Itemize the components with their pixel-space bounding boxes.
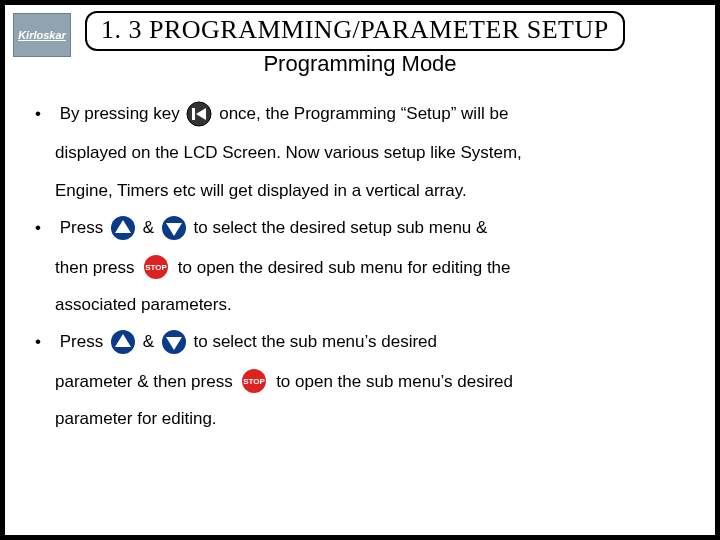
list-item: • By pressing key once, the Programming … <box>27 95 693 132</box>
text: & <box>143 218 154 237</box>
stop-icon: STOP <box>239 368 269 394</box>
text: Press <box>60 218 103 237</box>
body-content: • By pressing key once, the Programming … <box>27 95 693 438</box>
text: to open the sub menu’s desired <box>276 372 513 391</box>
up-arrow-icon <box>110 329 136 355</box>
text: then press <box>55 258 134 277</box>
stop-label: STOP <box>145 263 167 272</box>
text: to open the desired sub menu for editing… <box>178 258 511 277</box>
stop-icon: STOP <box>141 254 171 280</box>
text: to select the sub menu’s desired <box>193 332 437 351</box>
text: associated parameters. <box>27 286 693 323</box>
text: parameter & then press <box>55 372 233 391</box>
down-arrow-icon <box>161 329 187 355</box>
page-subtitle-text: Programming Mode <box>263 51 456 76</box>
text: to select the desired setup sub menu & <box>193 218 487 237</box>
stop-label: STOP <box>244 377 266 386</box>
svg-rect-1 <box>192 108 195 120</box>
bullet-dot: • <box>35 209 55 246</box>
text: once, the Programming “Setup” will be <box>219 104 508 123</box>
text-line: parameter & then press STOP to open the … <box>27 363 693 400</box>
text: By pressing key <box>60 104 180 123</box>
down-arrow-icon <box>161 215 187 241</box>
slide-page: Kirloskar 1. 3 PROGRAMMING/PARAMETER SET… <box>0 0 720 540</box>
text: & <box>143 332 154 351</box>
page-subtitle: Programming Mode <box>5 51 715 77</box>
page-title: 1. 3 PROGRAMMING/PARAMETER SETUP <box>85 11 625 51</box>
text: displayed on the LCD Screen. Now various… <box>27 134 693 171</box>
text: parameter for editing. <box>27 400 693 437</box>
page-title-text: 1. 3 PROGRAMMING/PARAMETER SETUP <box>101 15 609 44</box>
text-line: then press STOP to open the desired sub … <box>27 249 693 286</box>
brand-logo-text: Kirloskar <box>18 29 66 41</box>
bullet-dot: • <box>35 95 55 132</box>
list-item: • Press & to select the desired setup su… <box>27 209 693 246</box>
bullet-dot: • <box>35 323 55 360</box>
up-arrow-icon <box>110 215 136 241</box>
list-item: • Press & to select the sub menu’s desir… <box>27 323 693 360</box>
text: Engine, Timers etc will get displayed in… <box>27 172 693 209</box>
text: Press <box>60 332 103 351</box>
prev-track-icon <box>186 101 212 127</box>
